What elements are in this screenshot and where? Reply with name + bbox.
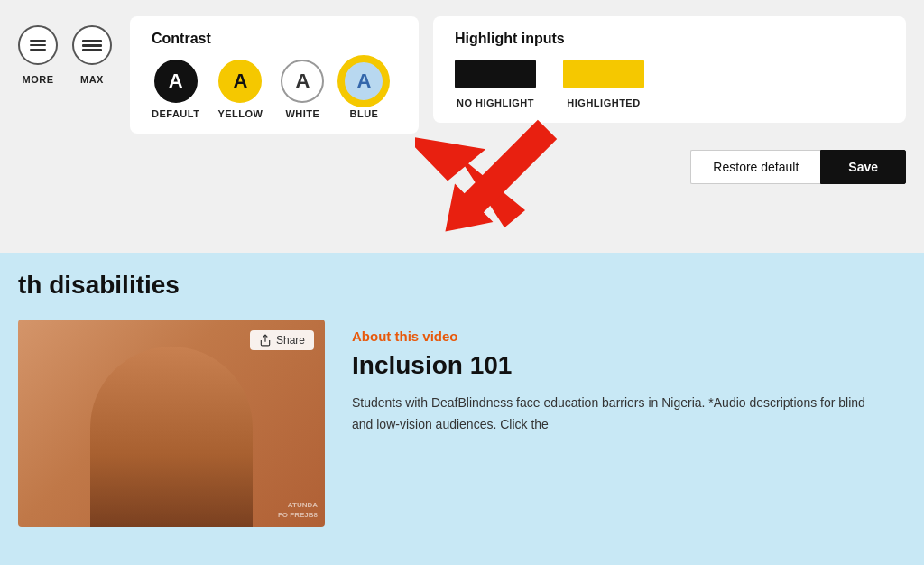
- highlight-none[interactable]: NO HIGHLIGHT: [455, 60, 536, 108]
- contrast-default[interactable]: A DEFAULT: [152, 60, 199, 119]
- person-figure: [90, 347, 253, 527]
- contrast-yellow-label: YELLOW: [217, 108, 263, 119]
- about-label: About this video: [352, 329, 870, 344]
- contrast-section: Contrast A DEFAULT A YELLOW A WHITE A BL…: [130, 16, 419, 134]
- content-area: th disabilities Share ATUNDA FO FREJB8 A…: [0, 253, 924, 565]
- contrast-white[interactable]: A WHITE: [281, 60, 324, 119]
- highlight-on[interactable]: HIGHLIGHTED: [563, 60, 644, 108]
- video-overlay-text: ATUNDA FO FREJB8: [278, 501, 318, 520]
- highlighted-box: [563, 60, 644, 88]
- contrast-blue-circle: A: [342, 60, 385, 103]
- contrast-yellow[interactable]: A YELLOW: [217, 60, 263, 119]
- contrast-default-label: DEFAULT: [152, 108, 199, 119]
- size-max-button[interactable]: [72, 25, 112, 65]
- share-icon: [259, 334, 272, 347]
- contrast-yellow-circle: A: [218, 60, 262, 103]
- page-heading: th disabilities: [0, 253, 180, 300]
- size-max-item: MAX: [72, 25, 112, 85]
- no-highlight-label: NO HIGHLIGHT: [457, 97, 534, 108]
- save-button[interactable]: Save: [820, 150, 906, 184]
- share-label: Share: [276, 334, 305, 347]
- contrast-white-label: WHITE: [285, 108, 319, 119]
- video-title: Inclusion 101: [352, 351, 870, 380]
- highlighted-label: HIGHLIGHTED: [567, 97, 640, 108]
- settings-panel: MORE MAX Contrast A DEFAULT: [0, 0, 924, 150]
- size-section: MORE MAX: [18, 16, 130, 85]
- page-title: th disabilities: [18, 271, 180, 300]
- video-thumbnail[interactable]: Share ATUNDA FO FREJB8: [18, 320, 325, 527]
- contrast-blue-label: BLUE: [349, 108, 378, 119]
- no-highlight-box: [455, 60, 536, 88]
- highlight-title: Highlight inputs: [455, 31, 884, 47]
- restore-default-button[interactable]: Restore default: [690, 150, 820, 184]
- share-button[interactable]: Share: [250, 330, 314, 350]
- contrast-blue[interactable]: A BLUE: [342, 60, 385, 119]
- video-info: About this video Inclusion 101 Students …: [325, 274, 897, 547]
- size-more-button[interactable]: [18, 25, 58, 65]
- contrast-white-circle: A: [281, 60, 324, 103]
- size-max-label: MAX: [80, 74, 104, 85]
- contrast-title: Contrast: [152, 31, 397, 47]
- action-row: Restore default Save: [0, 150, 924, 199]
- size-more-label: MORE: [23, 74, 54, 85]
- contrast-options: A DEFAULT A YELLOW A WHITE A BLUE: [152, 60, 397, 119]
- size-more-item: MORE: [18, 25, 58, 85]
- highlight-options: NO HIGHLIGHT HIGHLIGHTED: [455, 60, 884, 108]
- contrast-default-circle: A: [154, 60, 198, 103]
- video-description: Students with DeafBlindness face educati…: [352, 393, 870, 436]
- highlight-section: Highlight inputs NO HIGHLIGHT HIGHLIGHTE…: [433, 16, 906, 123]
